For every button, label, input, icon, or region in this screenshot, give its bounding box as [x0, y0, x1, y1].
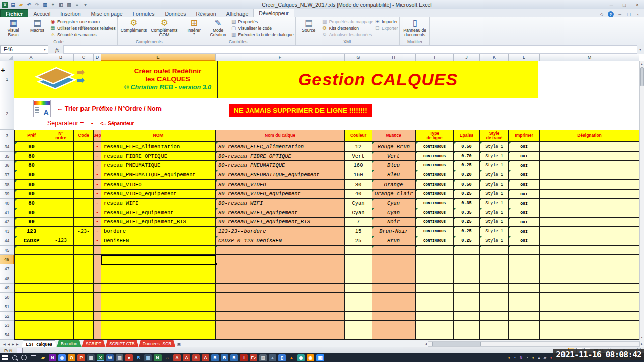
cell-couleur-54[interactable]: [345, 330, 372, 340]
cell-nuance-49[interactable]: [372, 284, 416, 293]
cell-sep-41[interactable]: -: [94, 208, 101, 218]
button-record-macro[interactable]: ◉Enregistrer une macro: [50, 19, 116, 24]
column-header-B[interactable]: B: [48, 54, 74, 61]
revit-3-icon[interactable]: R: [230, 354, 238, 361]
custom-tool-1-icon[interactable]: +: [50, 2, 56, 8]
cell-sep-48[interactable]: [94, 274, 101, 284]
cell-calque-42[interactable]: 99-reseau_WIFI_equipement_BIS: [216, 218, 345, 227]
cell-nuance-39[interactable]: Orange clair: [372, 190, 416, 199]
cell-calque-53[interactable]: [216, 321, 345, 330]
row-header-50[interactable]: 50: [0, 293, 14, 302]
viewer-icon[interactable]: ▲: [269, 354, 276, 361]
cell-ordre-41[interactable]: [48, 208, 74, 218]
cell-sep-38[interactable]: -: [94, 180, 101, 190]
cell-imprimer-36[interactable]: OUI: [509, 161, 540, 170]
cell-calque-35[interactable]: 80-reseau_FIBRE_OPTIQUE: [216, 152, 345, 161]
cell-sep-46[interactable]: [94, 255, 101, 264]
cell-epaiss-50[interactable]: [454, 293, 480, 302]
horizontal-scroll-track[interactable]: [428, 341, 640, 347]
insert-function-icon[interactable]: fx: [48, 47, 63, 53]
insert-worksheet-icon[interactable]: ▣: [175, 340, 182, 347]
row-header-41[interactable]: 41: [0, 208, 14, 218]
cell-type-44[interactable]: CONTINUOUS: [416, 236, 454, 246]
save-icon[interactable]: ⬓: [10, 2, 16, 8]
cell-sep-42[interactable]: -: [94, 218, 101, 227]
column-header-E[interactable]: E: [101, 54, 216, 61]
window-minimize-icon[interactable]: ─: [617, 11, 623, 17]
cell-code-40[interactable]: [74, 199, 94, 208]
cell-type-41[interactable]: CONTINUOUS: [416, 208, 454, 218]
cell-nom-44[interactable]: DenisHEN: [101, 236, 216, 246]
cell-code-52[interactable]: [74, 312, 94, 321]
cell-style-39[interactable]: Style 1: [480, 190, 509, 199]
cell-nuance-44[interactable]: Brun: [372, 236, 416, 246]
cell-designation-46[interactable]: [540, 255, 639, 264]
cell-ordre-50[interactable]: [48, 293, 74, 302]
window-close-icon[interactable]: ×: [635, 11, 641, 17]
cell-epaiss-37[interactable]: 0.20: [454, 170, 480, 180]
cortana-icon[interactable]: [20, 354, 28, 361]
cell-code-47[interactable]: [74, 264, 94, 274]
cell-epaiss-41[interactable]: 0.35: [454, 208, 480, 218]
cell-couleur-46[interactable]: [345, 255, 372, 264]
cell-nom-41[interactable]: reseau_WIFI_equipement: [101, 208, 216, 218]
autocad-3-icon[interactable]: A: [192, 354, 200, 361]
cell-imprimer-54[interactable]: [509, 330, 540, 340]
cell-style-43[interactable]: Style 1: [480, 227, 509, 236]
cell-nuance-48[interactable]: [372, 274, 416, 284]
cell-nuance-47[interactable]: [372, 264, 416, 274]
cell-style-38[interactable]: Style 1: [480, 180, 509, 190]
cell-ordre-37[interactable]: [48, 170, 74, 180]
sheet-tab-brouillon[interactable]: Brouillon: [57, 340, 82, 347]
button-design-mode[interactable]: ✎Mode Création: [207, 18, 230, 39]
cell-nom-52[interactable]: [101, 312, 216, 321]
cell-couleur-35[interactable]: Vert: [345, 152, 372, 161]
powerpoint-icon[interactable]: P: [77, 354, 85, 361]
cell-nuance-41[interactable]: Cyan: [372, 208, 416, 218]
cell-designation-36[interactable]: [540, 161, 639, 170]
cell-code-54[interactable]: [74, 330, 94, 340]
cell-designation-39[interactable]: [540, 190, 639, 199]
button-xml-source[interactable]: ▤Source: [297, 18, 320, 39]
cell-sep-40[interactable]: -: [94, 199, 101, 208]
cell-ordre-49[interactable]: [48, 284, 74, 293]
cell-calque-50[interactable]: [216, 293, 345, 302]
cell-nuance-52[interactable]: [372, 312, 416, 321]
cell-ordre-34[interactable]: [48, 142, 74, 152]
cell-pref-51[interactable]: [14, 302, 48, 312]
cell-imprimer-52[interactable]: [509, 312, 540, 321]
cell-ordre-53[interactable]: [48, 321, 74, 330]
cell-calque-40[interactable]: 80-reseau_WIFI: [216, 199, 345, 208]
cell-couleur-49[interactable]: [345, 284, 372, 293]
row-header-40[interactable]: 40: [0, 199, 14, 208]
tray-app1-icon[interactable]: ▪: [513, 355, 517, 360]
row-header-3[interactable]: 3: [0, 130, 14, 142]
cell-designation-50[interactable]: [540, 293, 639, 302]
cell-epaiss-39[interactable]: 0.25: [454, 190, 480, 199]
button-relative-references[interactable]: ▦Utiliser les références relatives: [50, 25, 116, 31]
cell-type-39[interactable]: CONTINUOUS: [416, 190, 454, 199]
cell-type-40[interactable]: CONTINUOUS: [416, 199, 454, 208]
cell-calque-54[interactable]: [216, 330, 345, 340]
cell-imprimer-47[interactable]: [509, 264, 540, 274]
excel-icon[interactable]: X: [97, 354, 104, 361]
column-header-I[interactable]: I: [416, 54, 454, 61]
cell-nuance-53[interactable]: [372, 321, 416, 330]
cell-pref-36[interactable]: 80: [14, 161, 48, 170]
cell-code-36[interactable]: [74, 161, 94, 170]
column-header-H[interactable]: H: [372, 54, 416, 61]
name-box-dropdown-icon[interactable]: ▼: [43, 48, 48, 51]
cell-imprimer-34[interactable]: OUI: [509, 142, 540, 152]
cell-nuance-42[interactable]: Noir: [372, 218, 416, 227]
row-header-47[interactable]: 47: [0, 264, 14, 274]
cell-couleur-51[interactable]: [345, 302, 372, 312]
vertical-scroll-thumb[interactable]: [640, 67, 644, 86]
cell-type-50[interactable]: [416, 293, 454, 302]
cell-designation-49[interactable]: [540, 284, 639, 293]
cell-ordre-40[interactable]: [48, 199, 74, 208]
cell-style-54[interactable]: [480, 330, 509, 340]
search-icon[interactable]: [11, 354, 18, 361]
home-app-icon[interactable]: ⌂: [164, 354, 171, 361]
row-header-53[interactable]: 53: [0, 321, 14, 330]
cell-designation-51[interactable]: [540, 302, 639, 312]
